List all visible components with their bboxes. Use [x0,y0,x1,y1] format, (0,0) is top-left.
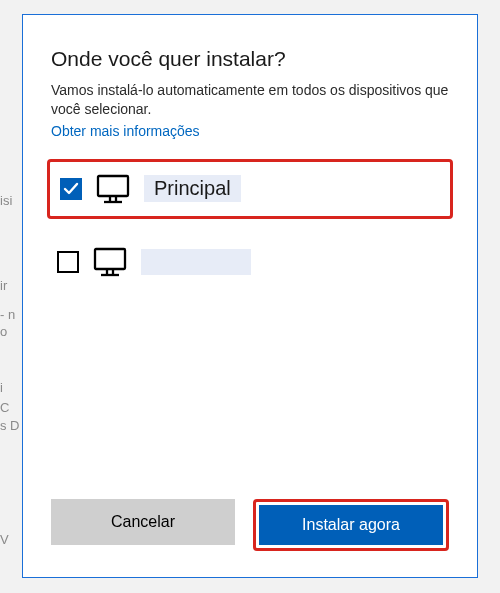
device-label-principal: Principal [144,175,241,202]
checkmark-icon [63,181,79,197]
bg-fragment: V [0,532,9,547]
desktop-icon [93,247,127,277]
device-label-2 [141,249,251,275]
bg-fragment: - n [0,307,15,322]
more-info-link[interactable]: Obter mais informações [51,123,449,139]
bg-fragment: C [0,400,9,415]
device-row-2[interactable] [51,235,449,289]
bg-fragment: i [0,380,3,395]
dialog-description: Vamos instalá-lo automaticamente em todo… [51,81,449,119]
device-checkbox-principal[interactable] [60,178,82,200]
dialog-actions: Cancelar Instalar agora [51,493,449,551]
bg-fragment: o [0,324,7,339]
dialog-title: Onde você quer instalar? [51,47,449,71]
device-row-principal[interactable]: Principal [47,159,453,219]
svg-rect-4 [95,249,125,269]
device-checkbox-2[interactable] [57,251,79,273]
desktop-icon [96,174,130,204]
bg-fragment: s D [0,418,20,433]
install-button-highlight: Instalar agora [253,499,449,551]
bg-fragment: ir [0,278,7,293]
bg-fragment: isi [0,193,12,208]
install-dialog: Onde você quer instalar? Vamos instalá-l… [22,14,478,578]
svg-rect-0 [98,176,128,196]
install-button[interactable]: Instalar agora [259,505,443,545]
device-list: Principal [51,159,449,289]
cancel-button[interactable]: Cancelar [51,499,235,545]
